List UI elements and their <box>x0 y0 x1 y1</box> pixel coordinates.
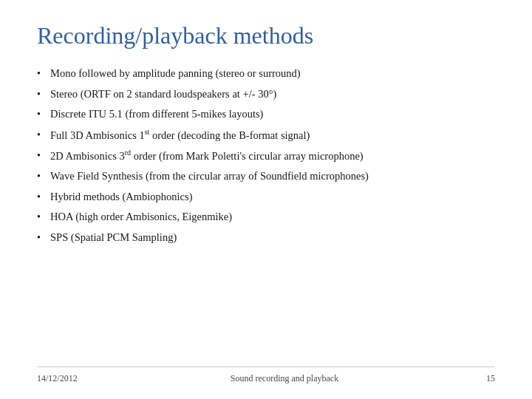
bullet-item-4: • Full 3D Ambisonics 1st order (decoding… <box>37 127 495 143</box>
bullet-dot-8: • <box>37 209 50 225</box>
slide-title: Recording/playback methods <box>37 22 495 50</box>
bullet-item-6: • Wave Field Synthesis (from the circula… <box>37 168 495 184</box>
footer-page-number: 15 <box>473 373 495 384</box>
footer-center-text: Sound recording and playback <box>96 373 473 384</box>
bullet-text-6: Wave Field Synthesis (from the circular … <box>50 168 495 183</box>
footer-date: 14/12/2012 <box>37 373 96 384</box>
slide-content: • Mono followed by amplitude panning (st… <box>37 66 495 361</box>
bullet-dot-7: • <box>37 189 50 205</box>
bullet-dot-9: • <box>37 230 50 245</box>
slide-footer: 14/12/2012 Sound recording and playback … <box>37 366 495 384</box>
bullet-item-1: • Mono followed by amplitude panning (st… <box>37 66 495 81</box>
bullet-dot-3: • <box>37 106 50 122</box>
bullet-text-2: Stereo (ORTF on 2 standard loudspeakers … <box>50 86 495 101</box>
bullet-text-3: Discrete ITU 5.1 (from different 5-mikes… <box>50 106 495 121</box>
bullet-text-5: 2D Ambisonics 3rd order (from Mark Polet… <box>50 148 495 163</box>
bullet-text-7: Hybrid methods (Ambiophonics) <box>50 189 495 204</box>
slide: Recording/playback methods • Mono follow… <box>0 0 532 399</box>
bullet-text-1: Mono followed by amplitude panning (ster… <box>50 66 495 81</box>
bullet-dot-1: • <box>37 66 50 81</box>
bullet-dot-5: • <box>37 148 50 163</box>
bullet-item-2: • Stereo (ORTF on 2 standard loudspeaker… <box>37 86 495 102</box>
bullet-item-5: • 2D Ambisonics 3rd order (from Mark Pol… <box>37 148 495 163</box>
bullet-text-8: HOA (high order Ambisonics, Eigenmike) <box>50 209 495 224</box>
bullet-item-7: • Hybrid methods (Ambiophonics) <box>37 189 495 205</box>
bullet-item-3: • Discrete ITU 5.1 (from different 5-mik… <box>37 106 495 122</box>
bullet-dot-4: • <box>37 127 50 143</box>
bullet-text-4: Full 3D Ambisonics 1st order (decoding t… <box>50 127 495 143</box>
bullet-dot-2: • <box>37 86 50 102</box>
bullet-dot-6: • <box>37 168 50 184</box>
bullet-text-9: SPS (Spatial PCM Sampling) <box>50 230 495 245</box>
bullet-item-9: • SPS (Spatial PCM Sampling) <box>37 230 495 245</box>
bullet-item-8: • HOA (high order Ambisonics, Eigenmike) <box>37 209 495 225</box>
bullet-list: • Mono followed by amplitude panning (st… <box>37 66 495 250</box>
